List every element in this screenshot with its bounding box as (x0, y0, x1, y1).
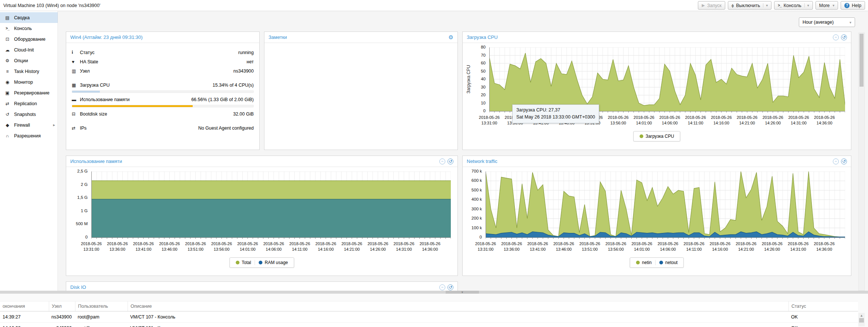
more-button[interactable]: More ▾ (815, 1, 838, 10)
play-icon: ▶ (702, 3, 705, 8)
exchange-icon: ⇄ (72, 126, 80, 131)
x-axis-tick-label: 2018-05-26 14:21:00 (737, 115, 757, 126)
task-cell: root@pam (75, 311, 128, 322)
legend-label: netout (665, 260, 678, 265)
sidebar-item-монитор[interactable]: ◉Монитор (0, 77, 58, 87)
unlock-icon: ∩ (4, 133, 10, 139)
chart-tooltip: Загрузка CPU: 27,37 Sat May 26 2018 13:3… (512, 104, 599, 123)
legend-item-netout[interactable]: netout (655, 260, 681, 265)
diskio-panel-header: Disk IO − ↺ (66, 282, 457, 291)
x-axis-tick-label: 2018-05-26 13:41:00 (527, 241, 548, 253)
splitter-handle[interactable]: ▼ (446, 291, 479, 294)
vm-sidebar: ▤Сводка>_Консоль⊡Оборудование☁Cloud-Init… (0, 11, 58, 291)
undo-zoom-icon[interactable]: ↺ (447, 159, 453, 164)
undo-zoom-icon[interactable]: ↺ (841, 159, 847, 164)
shutdown-button[interactable]: ϕ Выключить ▾ (728, 1, 771, 10)
usage-progressbar-fill (72, 91, 100, 93)
x-axis-tick-label: 2018-05-26 13:46:00 (159, 241, 180, 253)
info-icon: i (72, 50, 80, 55)
column-header-описание[interactable]: Описание (128, 301, 788, 311)
column-header-статус[interactable]: Статус (788, 301, 848, 311)
series-area-загрузка-cpu (489, 53, 845, 111)
y-axis-tick-label: 40 (464, 77, 486, 81)
sidebar-item-разрешения[interactable]: ∩Разрешения (0, 130, 58, 141)
notes-panel-body[interactable] (264, 43, 457, 150)
sidebar-item-task-history[interactable]: ≡Task History (0, 66, 58, 77)
content-scrollbar-thumb[interactable] (859, 34, 864, 87)
column-header-узел[interactable]: Узел (49, 301, 75, 311)
legend-item-загрузка-cpu[interactable]: Загрузка CPU (636, 134, 678, 139)
y-axis-tick-label: 0 (68, 235, 88, 239)
undo-zoom-icon[interactable]: ↺ (841, 34, 847, 40)
y-axis-tick-label: 20 (464, 93, 486, 97)
task-table-row[interactable]: 14:16:02ns343900root@pamVM/CT 101 - Конс… (0, 323, 858, 327)
collapse-circle-icon[interactable]: − (833, 159, 839, 164)
start-button[interactable]: ▶ Запуск (698, 1, 725, 10)
legend-item-ram-usage[interactable]: RAM usage (255, 260, 292, 265)
status-panel-title: Win4 (Аптайм: 23 дней 09:31:30) (70, 34, 143, 40)
y-axis-tick-label: 60 (464, 61, 486, 65)
x-axis-tick-label: 2018-05-26 13:31:00 (475, 241, 496, 253)
legend-item-netin[interactable]: netin (632, 260, 655, 265)
task-cell: OK (788, 323, 848, 327)
book-icon: ▤ (4, 15, 10, 20)
task-scrollbar[interactable]: ▲ (858, 313, 865, 326)
more-caret-icon: ▾ (832, 3, 834, 7)
sidebar-item-оборудование[interactable]: ⊡Оборудование (0, 34, 58, 44)
task-table-row[interactable]: 14:39:27ns343900root@pamVM/CT 107 - Конс… (0, 311, 858, 323)
cpu-plot[interactable] (489, 47, 845, 113)
column-header-окончания[interactable]: окончания (0, 301, 49, 311)
start-button-label: Запуск (707, 3, 722, 8)
y-axis-tick-label: 30 (464, 85, 486, 89)
content-scrollbar[interactable] (858, 33, 865, 291)
task-scrollbar-thumb[interactable] (859, 318, 864, 323)
network-chart-body: 700 k600 k500 k400 k300 k200 k100 k02018… (463, 167, 851, 276)
cpu-icon: ▦ (72, 83, 80, 88)
network-plot[interactable] (486, 171, 845, 240)
scroll-up-icon[interactable]: ▲ (860, 314, 863, 317)
x-axis-tick-label: 2018-05-26 14:36:00 (420, 241, 440, 253)
sidebar-item-опции[interactable]: ⚙Опции (0, 55, 58, 66)
legend-dot-icon (636, 261, 640, 264)
tooltip-value: Загрузка CPU: 27,37 (516, 107, 595, 114)
sidebar-item-резервирование[interactable]: ▣Резервирование (0, 87, 58, 98)
collapse-circle-icon[interactable]: − (439, 159, 445, 164)
time-range-select[interactable]: Hour (average) ▾ (799, 17, 855, 27)
memory-plot[interactable] (91, 171, 451, 240)
shutdown-caret-icon[interactable]: ▾ (763, 3, 768, 7)
y-axis-tick-label: 500 M (68, 221, 88, 226)
usage-progressbar (72, 105, 254, 107)
usage-progressbar (72, 90, 254, 93)
console-caret-icon[interactable]: ▾ (804, 3, 809, 7)
window-titlebar: Virtual Machine 103 (Win4) on node 'ns34… (0, 0, 868, 11)
status-row: ⇄IPsNo Guest Agent configured (72, 123, 254, 133)
chart-legend: Загрузка CPU (633, 131, 680, 141)
sidebar-item-replication[interactable]: ⇄Replication (0, 98, 58, 109)
x-axis-tick-label: 2018-05-26 14:36:00 (814, 115, 835, 126)
network-chart-panel: Network traffic − ↺ 700 k600 k500 k400 k… (462, 156, 851, 276)
sidebar-item-сводка[interactable]: ▤Сводка (0, 12, 58, 23)
sidebar-item-консоль[interactable]: >_Консоль (0, 23, 58, 34)
cpu-chart-body: Загрузка CPU807060504030201002018-05-26 … (463, 43, 851, 150)
legend-item-total[interactable]: Total (232, 260, 254, 265)
x-axis-tick-label: 2018-05-26 14:31:00 (394, 241, 414, 253)
x-axis-tick-label: 2018-05-26 13:56:00 (211, 241, 232, 253)
column-header-пользователь[interactable]: Пользователь (75, 301, 128, 311)
collapse-circle-icon[interactable]: − (833, 34, 839, 40)
sidebar-item-firewall[interactable]: ◆Firewall▸ (0, 120, 58, 130)
collapse-circle-icon[interactable]: − (439, 284, 445, 290)
status-panel-body: iСтатусrunning♥HA Stateнет▥Узелns343900▦… (66, 43, 259, 133)
status-row: ⊟Bootdisk size32.00 GiB (72, 109, 254, 119)
undo-zoom-icon[interactable]: ↺ (447, 284, 453, 290)
help-button[interactable]: ? Help (841, 1, 865, 10)
sidebar-item-cloud-init[interactable]: ☁Cloud-Init (0, 44, 58, 55)
x-axis-tick-label: 2018-05-26 14:16:00 (315, 241, 336, 253)
panel-splitter[interactable]: ▼ (0, 291, 868, 294)
y-axis-tick-label: 2,5 G (68, 169, 88, 173)
console-button[interactable]: >_ Консоль ▾ (774, 1, 813, 10)
status-panel-header: Win4 (Аптайм: 23 дней 09:31:30) (66, 32, 259, 43)
usage-progressbar-fill (72, 105, 193, 107)
sidebar-item-snapshots[interactable]: ↺Snapshots (0, 109, 58, 120)
more-button-label: More (819, 3, 830, 8)
notes-edit-gear-icon[interactable]: ⚙ (449, 34, 453, 41)
